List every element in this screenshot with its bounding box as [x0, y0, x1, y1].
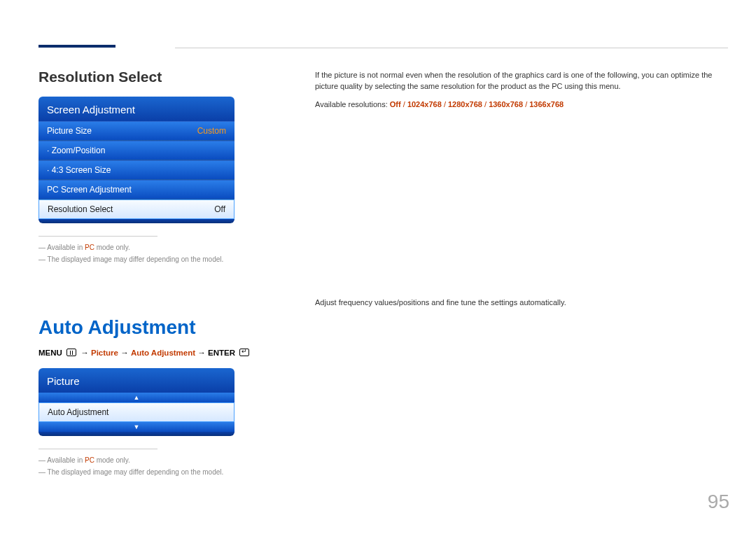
osd-row-value: Off: [214, 204, 225, 214]
note-pc-mode: ― Available in PC mode only.: [38, 456, 276, 464]
left-column-section-1: Resolution Select Screen Adjustment Pict…: [38, 69, 276, 267]
osd-picture: Picture ▲ Auto Adjustment ▼: [38, 368, 234, 436]
osd-down-arrow[interactable]: ▼: [38, 422, 234, 432]
header-rule: [175, 48, 728, 48]
note-pc-mode: ― Available in PC mode only.: [38, 244, 276, 251]
osd-row-label: Picture Size: [47, 126, 92, 136]
menu-icon: [66, 349, 76, 356]
osd-row-auto-adjustment[interactable]: Auto Adjustment: [38, 402, 234, 422]
osd-row-pc-screen-adjustment[interactable]: PC Screen Adjustment: [38, 180, 234, 199]
osd-row-43-screen-size[interactable]: · 4:3 Screen Size: [38, 160, 234, 180]
right-column-section-1: If the picture is not normal even when t…: [315, 70, 724, 111]
available-resolutions-line: Available resolutions: Off / 1024x768 / …: [315, 99, 724, 111]
osd-footer: [38, 219, 234, 223]
resolution-select-description: If the picture is not normal even when t…: [315, 70, 724, 92]
notes-divider: [38, 449, 158, 449]
osd-row-label: · Zoom/Position: [47, 146, 105, 155]
notes-divider: [38, 236, 158, 237]
osd-footer: [38, 432, 234, 436]
osd-up-arrow[interactable]: ▲: [38, 393, 234, 402]
osd-title: Picture: [38, 368, 234, 393]
left-column-section-2: Auto Adjustment MENU → Picture → Auto Ad…: [38, 294, 276, 480]
auto-adjustment-heading: Auto Adjustment: [38, 316, 276, 339]
osd-screen-adjustment: Screen Adjustment Picture Size Custom · …: [38, 97, 234, 223]
osd-row-label: Resolution Select: [48, 204, 113, 214]
osd-title: Screen Adjustment: [38, 97, 234, 121]
auto-adjustment-description: Adjust frequency values/positions and fi…: [315, 297, 724, 309]
enter-icon: [239, 349, 249, 356]
osd-row-resolution-select[interactable]: Resolution Select Off: [38, 199, 234, 219]
resolution-select-heading: Resolution Select: [38, 69, 276, 85]
osd-row-picture-size[interactable]: Picture Size Custom: [38, 121, 234, 141]
osd-row-label: · 4:3 Screen Size: [47, 165, 111, 175]
page-number: 95: [708, 491, 729, 513]
osd-row-zoom-position[interactable]: · Zoom/Position: [38, 141, 234, 160]
note-image-differ: ― The displayed image may differ dependi…: [38, 468, 276, 476]
osd-row-value: Custom: [197, 126, 226, 136]
osd-row-label: Auto Adjustment: [48, 407, 108, 417]
menu-path: MENU → Picture → Auto Adjustment → ENTER: [38, 349, 276, 357]
osd-row-label: PC Screen Adjustment: [47, 185, 132, 195]
right-column-section-2: Adjust frequency values/positions and fi…: [315, 297, 724, 309]
header-accent: [38, 45, 115, 48]
note-image-differ: ― The displayed image may differ dependi…: [38, 255, 276, 263]
